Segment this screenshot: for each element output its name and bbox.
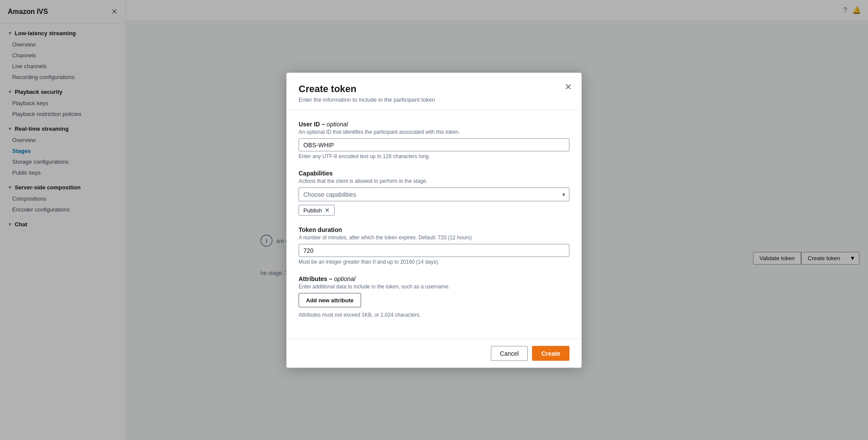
user-id-hint: Enter any UTF-8 encoded text up to 128 c… [299, 153, 569, 159]
cancel-button[interactable]: Cancel [491, 346, 528, 361]
modal-header: Create token Enter the information to in… [286, 73, 582, 110]
capabilities-description: Actions that the client is allowed to pe… [299, 178, 569, 184]
publish-tag-remove-button[interactable]: ✕ [325, 207, 330, 213]
modal-close-button[interactable]: ✕ [565, 82, 572, 91]
modal-title: Create token [299, 83, 569, 94]
create-token-modal: Create token Enter the information to in… [286, 73, 582, 367]
attributes-optional: optional [334, 275, 355, 282]
publish-tag-label: Publish [303, 207, 322, 213]
capabilities-tags: Publish ✕ [299, 201, 569, 215]
attributes-label: Attributes – optional [299, 275, 569, 282]
publish-tag: Publish ✕ [299, 205, 335, 215]
token-duration-hint: Must be an integer greater than 0 and up… [299, 258, 569, 265]
token-duration-description: A number of minutes, after which the tok… [299, 234, 569, 240]
add-new-attribute-button[interactable]: Add new attribute [299, 293, 361, 307]
attributes-description: Enter additional data to include in the … [299, 283, 569, 289]
user-id-description: An optional ID that identifies the parti… [299, 129, 569, 135]
token-duration-label: Token duration [299, 226, 569, 233]
user-id-input[interactable] [299, 138, 569, 151]
capabilities-section: Capabilities Actions that the client is … [299, 169, 569, 215]
capabilities-select-wrapper: Choose capabilities Publish Subscribe ▾ [299, 187, 569, 201]
create-button[interactable]: Create [532, 346, 569, 361]
modal-subtitle: Enter the information to include in the … [299, 96, 569, 103]
modal-body: User ID – optional An optional ID that i… [286, 110, 582, 338]
capabilities-dropdown[interactable]: Choose capabilities Publish Subscribe [299, 187, 569, 201]
user-id-label: User ID – optional [299, 120, 569, 127]
modal-footer: Cancel Create [286, 338, 582, 367]
user-id-section: User ID – optional An optional ID that i… [299, 120, 569, 159]
token-duration-section: Token duration A number of minutes, afte… [299, 226, 569, 265]
token-duration-input[interactable] [299, 244, 569, 257]
capabilities-label: Capabilities [299, 169, 569, 176]
attributes-hint: Attributes must not exceed 1KB, or 1,024… [299, 311, 569, 318]
user-id-optional: optional [327, 120, 348, 127]
attributes-section: Attributes – optional Enter additional d… [299, 275, 569, 318]
